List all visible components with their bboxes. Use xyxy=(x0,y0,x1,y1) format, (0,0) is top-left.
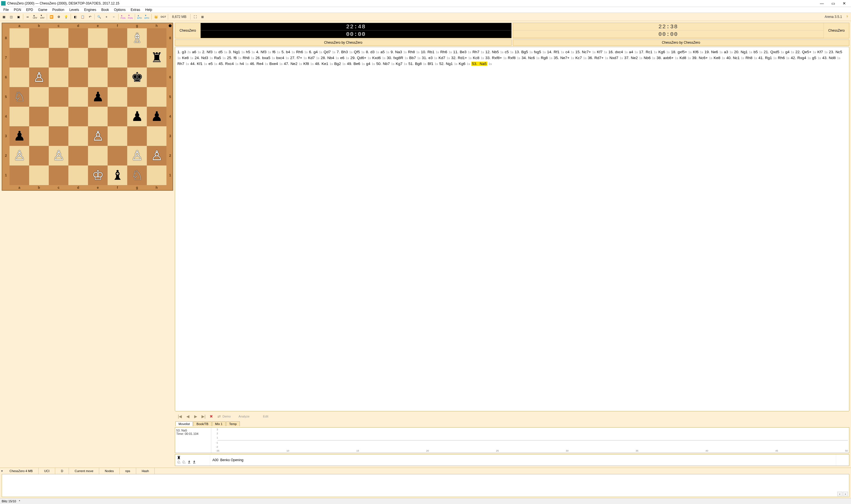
menu-game[interactable]: Game xyxy=(36,7,50,12)
toolbar-copy-icon[interactable]: 📋 xyxy=(79,14,86,20)
square-e3[interactable]: ♙ xyxy=(88,126,108,146)
square-f4[interactable] xyxy=(108,107,127,126)
square-b2[interactable] xyxy=(29,146,49,165)
square-h8[interactable] xyxy=(147,28,167,48)
menu-levels[interactable]: Levels xyxy=(67,7,81,12)
toolbar-level2-icon[interactable]: ▼LEV xyxy=(39,14,46,20)
square-b5[interactable] xyxy=(29,87,49,107)
piece-wN[interactable]: ♘ xyxy=(131,168,143,182)
output-next-icon[interactable]: › xyxy=(843,492,848,496)
nav-prev-icon[interactable]: ◀ xyxy=(185,414,191,419)
square-e1[interactable]: ♔ xyxy=(88,165,108,185)
piece-wN[interactable]: ♘ xyxy=(14,90,25,104)
square-a3[interactable]: ♟ xyxy=(10,126,29,146)
nav-last-icon[interactable]: ▶| xyxy=(201,414,206,419)
square-a4[interactable] xyxy=(10,107,29,126)
square-b4[interactable] xyxy=(29,107,49,126)
piece-wP[interactable]: ♙ xyxy=(151,149,163,162)
menu-help[interactable]: Help xyxy=(143,7,154,12)
square-b8[interactable] xyxy=(29,28,49,48)
toolbar-zoomin-icon[interactable]: + xyxy=(103,14,110,20)
piece-bB[interactable]: ♝ xyxy=(111,168,124,182)
piece-bP[interactable]: ♟ xyxy=(92,90,104,104)
toolbar-level1-icon[interactable]: ▲LEV xyxy=(32,14,38,20)
square-b1[interactable] xyxy=(29,165,49,185)
toolbar-crown-icon[interactable]: 👑 xyxy=(153,14,159,20)
engbar-dropdown-icon[interactable]: ▾ xyxy=(0,469,4,473)
toolbar-fastfwd-icon[interactable]: ⏩ xyxy=(48,14,55,20)
square-f3[interactable] xyxy=(108,126,127,146)
square-e4[interactable] xyxy=(88,107,108,126)
piece-wP[interactable]: ♙ xyxy=(33,71,45,84)
square-g1[interactable]: ♘ xyxy=(127,165,147,185)
toolbar-boardedit-icon[interactable]: ◧ xyxy=(72,14,79,20)
toolbar-infinity-icon[interactable]: ∞ xyxy=(24,14,31,20)
menu-pgn[interactable]: PGN xyxy=(12,7,23,12)
square-h7[interactable]: ♜ xyxy=(147,48,167,68)
piece-wK[interactable]: ♔ xyxy=(92,168,104,182)
piece-bR[interactable]: ♜ xyxy=(151,51,163,65)
menu-epd[interactable]: EPD xyxy=(24,7,35,12)
nav-first-icon[interactable]: |◀ xyxy=(177,414,183,419)
square-f2[interactable] xyxy=(108,146,127,165)
square-h3[interactable] xyxy=(147,126,167,146)
minimize-button[interactable]: — xyxy=(816,0,828,7)
toolbar-back-icon[interactable]: ↶ xyxy=(87,14,93,20)
output-prev-icon[interactable]: ‹ xyxy=(837,492,842,496)
square-f1[interactable]: ♝ xyxy=(108,165,127,185)
piece-bK[interactable]: ♚ xyxy=(131,71,143,84)
piece-wP[interactable]: ♙ xyxy=(131,149,143,162)
square-f7[interactable] xyxy=(108,48,127,68)
piece-bP[interactable]: ♟ xyxy=(151,110,163,123)
square-a2[interactable]: ♙ xyxy=(10,146,29,165)
square-c8[interactable] xyxy=(49,28,68,48)
square-a7[interactable] xyxy=(10,48,29,68)
toolbar-engine-icon[interactable]: ⚙ xyxy=(55,14,62,20)
square-c5[interactable] xyxy=(49,87,68,107)
square-c6[interactable] xyxy=(49,68,68,87)
square-c2[interactable]: ♙ xyxy=(49,146,68,165)
square-g6[interactable]: ♚ xyxy=(127,68,147,87)
toolbar-pgn-load-icon[interactable]: ▲PGN xyxy=(120,14,126,20)
toolbar-epd-save-icon[interactable]: ▼EPD xyxy=(143,14,150,20)
maximize-button[interactable]: ▭ xyxy=(828,0,839,7)
square-g5[interactable] xyxy=(127,87,147,107)
square-a5[interactable]: ♘ xyxy=(10,87,29,107)
menu-extras[interactable]: Extras xyxy=(128,7,142,12)
square-e2[interactable] xyxy=(88,146,108,165)
square-g2[interactable]: ♙ xyxy=(127,146,147,165)
chess-board[interactable]: abcdefgh8♗87♜76♙♚65♘♟54♟♟43♟♙32♙♙♙♙21♔♝♘… xyxy=(2,23,173,190)
square-d5[interactable] xyxy=(68,87,88,107)
nav-demo-icon[interactable]: ⇄ xyxy=(216,414,222,419)
square-d8[interactable] xyxy=(68,28,88,48)
nav-next-icon[interactable]: ▶ xyxy=(193,414,198,419)
move-list[interactable]: 1. g3 2s a6 1s 2. Nf3 1s d5 1s 3. Ng1 1s… xyxy=(175,47,849,411)
square-e6[interactable] xyxy=(88,68,108,87)
square-h4[interactable]: ♟ xyxy=(147,107,167,126)
square-d7[interactable] xyxy=(68,48,88,68)
toolbar-setup-icon[interactable]: ◫ xyxy=(8,14,15,20)
piece-wP[interactable]: ♙ xyxy=(14,149,25,162)
edit-link[interactable]: Edit xyxy=(263,415,268,418)
help-icon[interactable]: ? xyxy=(844,14,850,20)
square-h5[interactable] xyxy=(147,87,167,107)
square-d1[interactable] xyxy=(68,165,88,185)
piece-bP[interactable]: ♟ xyxy=(14,129,25,143)
square-f5[interactable] xyxy=(108,87,127,107)
piece-wP[interactable]: ♙ xyxy=(92,129,104,143)
toolbar-expand-icon[interactable]: ⛶ xyxy=(192,14,198,20)
piece-wP[interactable]: ♙ xyxy=(53,149,65,162)
square-c1[interactable] xyxy=(49,165,68,185)
toolbar-pgn-save-icon[interactable]: ▼PGN xyxy=(127,14,134,20)
toolbar-grid-icon[interactable]: ⊞ xyxy=(199,14,206,20)
square-c3[interactable] xyxy=(49,126,68,146)
toolbar-epd-load-icon[interactable]: ▲EPD xyxy=(136,14,143,20)
toolbar-search-icon[interactable]: 🔍 xyxy=(96,14,103,20)
square-d4[interactable] xyxy=(68,107,88,126)
tab-movelist[interactable]: Movelist xyxy=(175,421,193,426)
menu-options[interactable]: Options xyxy=(112,7,128,12)
analyze-link[interactable]: Analyze xyxy=(239,415,249,418)
square-b6[interactable]: ♙ xyxy=(29,68,49,87)
square-b7[interactable] xyxy=(29,48,49,68)
close-button[interactable]: ✕ xyxy=(839,0,850,7)
